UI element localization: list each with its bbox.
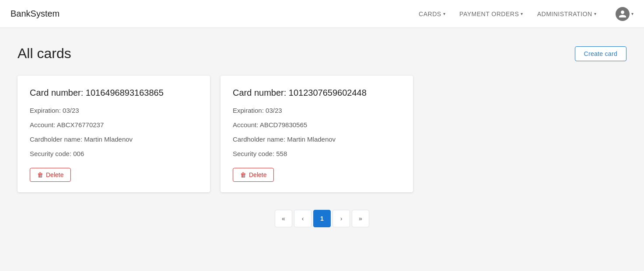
card-expiration: Expiration: 03/23 [233,107,401,114]
user-icon-button[interactable]: ▾ [616,7,634,21]
delete-card-button[interactable]: 🗑 Delete [30,168,71,182]
pagination-current-page[interactable]: 1 [313,210,331,227]
card-number: Card number: 1012307659602448 [233,88,401,98]
pagination-prev-button[interactable]: ‹ [294,210,312,227]
nav-label-payment-orders: PAYMENT ORDERS [459,10,519,17]
nav-label-administration: ADMINISTRATION [537,10,592,17]
delete-label: Delete [46,171,63,178]
card-account: Account: ABCX76770237 [30,121,198,129]
delete-label: Delete [249,171,266,178]
card-cardholder: Cardholder name: Martin Mladenov [233,136,401,143]
card-account: Account: ABCD79830565 [233,121,401,129]
card-security-code: Security code: 006 [30,150,198,157]
nav-link-cards[interactable]: CARDS ▾ [413,7,451,21]
nav-item-administration: ADMINISTRATION ▾ [532,7,602,21]
pagination: « ‹ 1 › » [18,210,626,227]
nav-item-payment-orders: PAYMENT ORDERS ▾ [454,7,528,21]
pagination-last-button[interactable]: » [352,210,369,227]
create-card-button[interactable]: Create card [575,46,626,61]
nav-label-cards: CARDS [419,10,441,17]
nav-link-payment-orders[interactable]: PAYMENT ORDERS ▾ [454,7,528,21]
chevron-down-icon: ▾ [521,11,523,16]
page-title: All cards [18,45,71,62]
cards-grid: Card number: 1016496893163865 Expiration… [18,76,626,192]
navbar: BankSystem CARDS ▾ PAYMENT ORDERS ▾ ADMI… [0,0,644,28]
nav-item-cards: CARDS ▾ [413,7,451,21]
card-expiration: Expiration: 03/23 [30,107,198,114]
chevron-down-icon: ▾ [631,11,634,16]
pagination-first-button[interactable]: « [275,210,292,227]
card-item: Card number: 1012307659602448 Expiration… [220,76,413,192]
main-content: All cards Create card Card number: 10164… [0,28,644,271]
brand-link[interactable]: BankSystem [10,9,60,19]
delete-card-button[interactable]: 🗑 Delete [233,168,274,182]
card-number: Card number: 1016496893163865 [30,88,198,98]
user-menu: ▾ [616,7,634,21]
nav-menu: CARDS ▾ PAYMENT ORDERS ▾ ADMINISTRATION … [413,7,602,21]
nav-link-administration[interactable]: ADMINISTRATION ▾ [532,7,602,21]
card-security-code: Security code: 558 [233,150,401,157]
trash-icon: 🗑 [37,171,43,178]
avatar [616,7,630,21]
chevron-down-icon: ▾ [594,11,597,16]
trash-icon: 🗑 [240,171,246,178]
page-header: All cards Create card [18,45,626,62]
chevron-down-icon: ▾ [443,11,446,16]
pagination-next-button[interactable]: › [332,210,350,227]
card-item: Card number: 1016496893163865 Expiration… [18,76,210,192]
card-cardholder: Cardholder name: Martin Mladenov [30,136,198,143]
